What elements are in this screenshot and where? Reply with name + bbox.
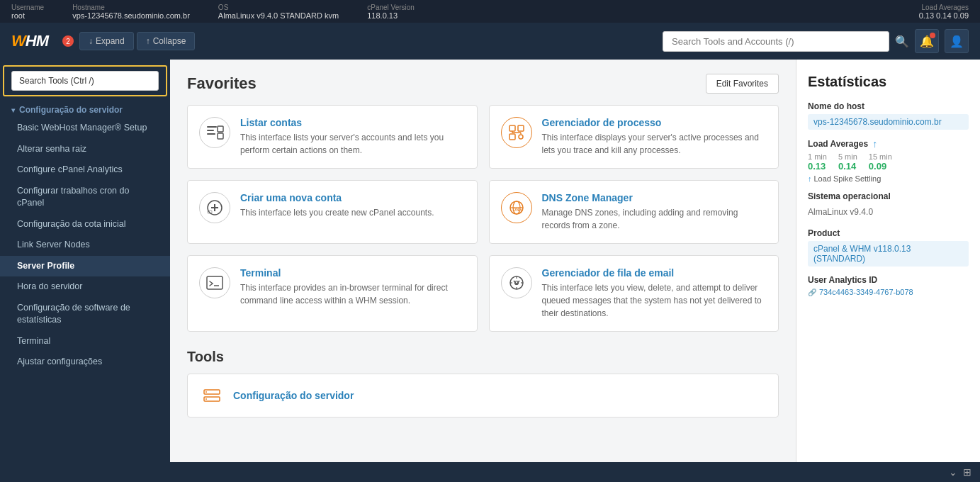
sidebar-item-terminal[interactable]: Terminal — [0, 331, 170, 352]
tools-row-server-config-title: Configuração do servidor — [233, 390, 354, 401]
favorites-grid: Listar contas This interface lists your … — [187, 105, 779, 332]
username-info: Username root — [11, 4, 44, 20]
load-5min-label: 5 min — [838, 152, 857, 161]
sidebar-item-link-server[interactable]: Link Server Nodes — [0, 235, 170, 256]
sidebar-item-hora[interactable]: Hora do servidor — [0, 276, 170, 298]
fav-card-email-queue[interactable]: Gerenciador de fila de email This interf… — [489, 255, 779, 332]
fav-card-listar-contas-desc: This interface lists your server's accou… — [240, 131, 466, 157]
list-accounts-icon — [199, 117, 230, 148]
fav-card-criar-conta-desc: This interface lets you create new cPane… — [240, 206, 466, 219]
svg-rect-1 — [207, 130, 214, 131]
os-value: AlmaLinux v9.4.0 STANDARD kvm — [218, 11, 339, 20]
load-values: 0.13 0.14 0.09 — [919, 11, 969, 20]
svg-rect-7 — [509, 134, 515, 140]
main-layout: ▾ Configuração do servidor Basic WebHost… — [0, 60, 980, 462]
server-config-icon — [199, 383, 225, 408]
sidebar-item-server-profile[interactable]: Server Profile — [0, 256, 170, 277]
header-search-button[interactable]: 🔍 — [895, 35, 909, 48]
sidebar-item-configure-analytics[interactable]: Configure cPanel Analytics — [0, 159, 170, 181]
fav-card-email-desc: This interface lets you view, delete, an… — [542, 281, 767, 320]
os-stat-value: AlmaLinux v9.4.0 — [808, 204, 969, 220]
os-stat-label: Sistema operacional — [808, 191, 969, 201]
fav-card-email-title: Gerenciador de fila de email — [542, 267, 767, 279]
username-label: Username — [11, 4, 44, 11]
sidebar-item-ajustar[interactable]: Ajustar configurações — [0, 352, 170, 373]
hostname-label: Hostname — [72, 4, 190, 11]
os-info: OS AlmaLinux v9.4.0 STANDARD kvm — [218, 4, 339, 20]
load-cols: 1 min 0.13 5 min 0.14 15 min 0.09 — [808, 152, 969, 172]
favorites-title: Favorites — [187, 74, 257, 93]
svg-text:DNS: DNS — [513, 207, 522, 213]
header-search-input[interactable] — [663, 31, 889, 52]
bell-icon-button[interactable]: 🔔 — [915, 29, 939, 53]
username-value: root — [11, 11, 44, 20]
load-1min-label: 1 min — [808, 152, 827, 161]
terminal-icon — [199, 267, 230, 298]
fav-card-listar-contas-text: Listar contas This interface lists your … — [240, 117, 466, 157]
fav-card-dns-title: DNS Zone Manager — [542, 192, 767, 203]
fav-card-terminal-desc: This interface provides an in-browser te… — [240, 281, 466, 307]
load-1min-col: 1 min 0.13 — [808, 152, 827, 172]
bottom-bar: ⌄ ⊞ — [0, 462, 980, 482]
fav-card-listar-contas[interactable]: Listar contas This interface lists your … — [187, 105, 478, 169]
fav-card-terminal[interactable]: Terminal This interface provides an in-b… — [187, 255, 478, 332]
fav-card-criar-conta[interactable]: Criar uma nova conta This interface lets… — [187, 180, 478, 244]
collapse-arrow-icon: ↑ — [146, 36, 150, 46]
tools-title: Tools — [187, 349, 779, 365]
product-stat-value: cPanel & WHM v118.0.13 (STANDARD) — [808, 241, 969, 267]
cpanel-version-info: cPanel Version 118.0.13 — [367, 4, 415, 20]
sidebar-section-server-config: ▾ Configuração do servidor Basic WebHost… — [0, 99, 170, 373]
main-content: Favorites Edit Favorites Listar contas — [170, 60, 796, 462]
fav-card-listar-contas-title: Listar contas — [240, 117, 466, 128]
cpanel-label: cPanel Version — [367, 4, 415, 11]
sidebar-item-cota[interactable]: Configuração da cota inicial — [0, 214, 170, 235]
collapse-button[interactable]: ↑ Collapse — [137, 32, 196, 50]
sidebar-search-input[interactable] — [11, 71, 159, 91]
fav-card-processo-text: Gerenciador de processo This interface d… — [542, 117, 767, 157]
load-5min-col: 5 min 0.14 — [838, 152, 857, 172]
sidebar-item-basic-webhost[interactable]: Basic WebHost Manager® Setup — [0, 118, 170, 139]
analytics-link-icon: 🔗 — [808, 288, 816, 296]
hostname-info: Hostname vps-12345678.seudominio.com.br — [72, 4, 190, 20]
bottom-chevron-down-icon[interactable]: ⌄ — [949, 466, 957, 478]
svg-rect-5 — [509, 125, 515, 131]
sidebar-item-software-stats[interactable]: Configuração de software de estatísticas — [0, 298, 170, 331]
edit-favorites-button[interactable]: Edit Favorites — [706, 74, 779, 94]
bell-notification-dot — [930, 33, 935, 38]
tools-row-server-config[interactable]: Configuração do servidor — [187, 374, 779, 417]
header: WHM 2 ↓ Expand ↑ Collapse 🔍 🔔 👤 — [0, 23, 980, 60]
hostname-stat-label: Nome do host — [808, 101, 969, 111]
cpanel-value: 118.0.13 — [367, 11, 415, 20]
notification-badge: 2 — [62, 35, 74, 47]
sidebar-section-header-server[interactable]: ▾ Configuração do servidor — [0, 99, 170, 118]
create-account-icon — [199, 192, 230, 223]
header-search-wrapper: 🔍 🔔 👤 — [663, 29, 969, 53]
hostname-value: vps-12345678.seudominio.com.br — [72, 11, 190, 20]
fav-card-terminal-title: Terminal — [240, 267, 466, 279]
chevron-down-icon: ▾ — [11, 106, 15, 114]
expand-arrow-icon: ↓ — [89, 36, 93, 46]
load-5min-value: 0.14 — [838, 161, 857, 172]
sidebar-item-cron[interactable]: Configurar trabalhos cron do cPanel — [0, 181, 170, 214]
load-label: Load Averages — [921, 4, 969, 11]
svg-point-27 — [205, 391, 207, 393]
sidebar-item-alterar-senha[interactable]: Alterar senha raiz — [0, 139, 170, 160]
svg-rect-0 — [207, 126, 217, 128]
favorites-section-header: Favorites Edit Favorites — [187, 74, 779, 94]
load-averages-label: Load Averages — [808, 139, 868, 149]
load-averages-info: Load Averages 0.13 0.14 0.09 — [919, 4, 969, 20]
fav-card-dns[interactable]: DNS DNS Zone Manager Manage DNS zones, i… — [489, 180, 779, 244]
load-15min-col: 15 min 0.09 — [869, 152, 892, 172]
hostname-stat-value: vps-12345678.seudominio.com.br — [808, 114, 969, 130]
dns-zone-icon: DNS — [501, 192, 532, 223]
load-1min-value: 0.13 — [808, 161, 827, 172]
sidebar-section-title: Configuração do servidor — [19, 105, 123, 115]
fav-card-gerenciador-processo[interactable]: Gerenciador de processo This interface d… — [489, 105, 779, 169]
fav-card-criar-conta-title: Criar uma nova conta — [240, 192, 466, 203]
svg-rect-17 — [207, 276, 223, 289]
bottom-grid-icon[interactable]: ⊞ — [963, 466, 971, 478]
expand-button[interactable]: ↓ Expand — [79, 32, 134, 50]
load-15min-label: 15 min — [869, 152, 892, 161]
analytics-stat-label: User Analytics ID — [808, 275, 969, 285]
user-icon-button[interactable]: 👤 — [945, 29, 969, 53]
